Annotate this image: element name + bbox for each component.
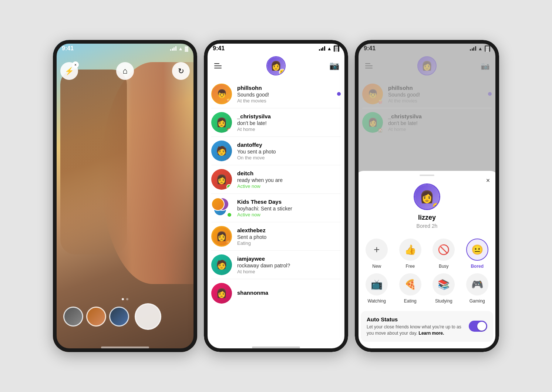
msg-name-alexthebez: alexthebez bbox=[237, 227, 341, 233]
wifi-icon-3: ▲ bbox=[478, 46, 483, 51]
signal-icon-2 bbox=[319, 46, 325, 51]
close-button[interactable]: × bbox=[483, 175, 493, 186]
list-item[interactable]: Kids These Days boyhachi: Sent a sticker… bbox=[204, 194, 348, 222]
msg-preview-kids: boyhachi: Sent a sticker bbox=[237, 206, 341, 212]
status-option-studying[interactable]: 📚 Studying bbox=[429, 273, 458, 304]
status-option-busy[interactable]: 🚫 Busy bbox=[429, 239, 458, 269]
free-icon-circle: 👍 bbox=[399, 239, 421, 261]
auto-status-toggle[interactable] bbox=[469, 321, 487, 332]
status-icons-1: ▲ ▓ bbox=[170, 46, 188, 51]
msg-content-christy: _christysilva don't be late! At home bbox=[237, 113, 341, 132]
msg-status-deitch: Active now bbox=[237, 183, 341, 189]
phone-status: 9:41 ▲ ▓ 👩 📷 bbox=[355, 40, 499, 352]
menu-button[interactable] bbox=[211, 59, 225, 72]
status-label-bored: Bored bbox=[471, 264, 484, 269]
bored-icon: 😐 bbox=[471, 244, 483, 256]
online-dot-deitch bbox=[226, 184, 232, 189]
msg-preview-phillsohn: Sounds good! bbox=[237, 92, 332, 98]
story-thumb-2[interactable] bbox=[86, 307, 106, 327]
msg-status-iamjaywee: At home bbox=[237, 269, 341, 274]
status-option-gaming[interactable]: 🎮 Gaming bbox=[463, 273, 492, 304]
msg-content-deitch: deitch ready when you are Active now bbox=[237, 170, 341, 189]
status-bar-3: 9:41 ▲ ▓ bbox=[355, 40, 499, 53]
home-indicator-1 bbox=[101, 347, 149, 348]
sheet-username: lizzey bbox=[418, 214, 436, 222]
avatar-shannonma: 👩 bbox=[211, 283, 232, 304]
battery-icon-2: ▓ bbox=[334, 45, 339, 52]
status-option-bored[interactable]: 😐 Bored bbox=[463, 239, 492, 269]
msg-content-phillsohn: phillsohn Sounds good! At the movies bbox=[237, 85, 332, 104]
status-bar-2: 9:41 ▲ ▓ bbox=[204, 40, 348, 53]
camera-button[interactable]: 📷 bbox=[327, 59, 341, 72]
list-item[interactable]: 👩 🏠 _christysilva don't be late! At home bbox=[204, 108, 348, 136]
status-option-watching[interactable]: 📺 Watching bbox=[362, 273, 391, 304]
toggle-knob bbox=[477, 322, 486, 331]
story-thumb-1[interactable] bbox=[63, 307, 83, 327]
learn-more-link[interactable]: Learn more. bbox=[419, 331, 444, 336]
page-dots bbox=[122, 298, 128, 300]
msg-content-shannonma: shannonma bbox=[237, 290, 341, 297]
battery-icon-1: ▓ bbox=[185, 46, 188, 51]
msg-preview-deitch: ready when you are bbox=[237, 177, 341, 183]
msg-content-dantoffey: dantoffey You sent a photo On the move bbox=[237, 142, 341, 160]
books-icon: 📚 bbox=[438, 279, 450, 290]
camera-bottom-controls bbox=[53, 303, 197, 330]
list-item[interactable]: 🧑 iamjaywee rockaway dawn patrol? At hom… bbox=[204, 251, 348, 279]
close-badge: × bbox=[72, 61, 79, 68]
msg-name-dantoffey: dantoffey bbox=[237, 142, 341, 148]
auto-status-card: Auto Status Let your close friends know … bbox=[361, 311, 493, 342]
tv-icon: 📺 bbox=[371, 279, 383, 290]
status-bar-1: 9:41 ▲ ▓ bbox=[53, 40, 197, 53]
msg-status-dantoffey: On the move bbox=[237, 155, 341, 160]
list-item[interactable]: 👩 deitch ready when you are Active now bbox=[204, 165, 348, 193]
status-label-watching: Watching bbox=[367, 298, 386, 304]
status-bottom-sheet: × 👩 😐 lizzey Bored 2h + New bbox=[355, 171, 499, 352]
status-label-studying: Studying bbox=[435, 298, 452, 304]
msg-name-christy: _christysilva bbox=[237, 113, 341, 119]
pizza-icon: 🍕 bbox=[404, 279, 416, 290]
status-label-free: Free bbox=[405, 264, 415, 269]
list-item[interactable]: 👦 🍿 phillsohn Sounds good! At the movies bbox=[204, 80, 348, 108]
flip-camera-button[interactable]: ↻ bbox=[172, 62, 190, 80]
list-item[interactable]: 👩 🍕 alexthebez Sent a photo Eating bbox=[204, 222, 348, 250]
status-option-free[interactable]: 👍 Free bbox=[396, 239, 425, 269]
story-thumb-3[interactable] bbox=[109, 307, 129, 327]
battery-icon-3: ▓ bbox=[485, 45, 490, 52]
status-time-1: 9:41 bbox=[62, 45, 74, 52]
gaming-icon-circle: 🎮 bbox=[466, 273, 488, 295]
shutter-button[interactable] bbox=[135, 303, 161, 330]
avatar-iamjaywee: 🧑 bbox=[211, 254, 232, 275]
messages-header: 👩 😐 📷 bbox=[204, 53, 348, 80]
dot-2 bbox=[126, 298, 128, 300]
camera-top-controls: ⚡ × ⌂ ↻ bbox=[53, 62, 197, 80]
status-emoji-alex: 🍕 bbox=[225, 240, 231, 246]
message-list: 👦 🍿 phillsohn Sounds good! At the movies… bbox=[204, 80, 348, 307]
status-time-2: 9:41 bbox=[213, 45, 225, 52]
lightning-button[interactable]: ⚡ × bbox=[60, 62, 78, 80]
online-dot-kids bbox=[227, 212, 232, 217]
status-emoji-christy: 🏠 bbox=[226, 128, 232, 133]
phone-camera: 9:41 ▲ ▓ ⚡ × ⌂ ↻ bbox=[53, 40, 197, 352]
status-icons-3: ▲ ▓ bbox=[470, 45, 490, 52]
signal-icon-3 bbox=[470, 46, 476, 51]
msg-preview-christy: don't be late! bbox=[237, 120, 341, 126]
studying-icon-circle: 📚 bbox=[432, 273, 455, 295]
avatar-deitch: 👩 bbox=[211, 169, 232, 190]
status-label-new: New bbox=[372, 264, 381, 269]
sheet-avatar: 👩 😐 bbox=[414, 183, 440, 210]
bored-icon-circle: 😐 bbox=[466, 239, 488, 261]
status-option-new[interactable]: + New bbox=[362, 239, 391, 269]
avatar-alexthebez: 👩 🍕 bbox=[211, 226, 232, 247]
status-icons-2: ▲ ▓ bbox=[319, 45, 339, 52]
busy-icon: 🚫 bbox=[438, 244, 450, 256]
camera-icon: 📷 bbox=[329, 61, 339, 71]
status-option-eating[interactable]: 🍕 Eating bbox=[396, 273, 425, 304]
home-button[interactable]: ⌂ bbox=[116, 62, 134, 80]
header-profile-avatar[interactable]: 👩 😐 bbox=[266, 56, 286, 75]
msg-preview-dantoffey: You sent a photo bbox=[237, 149, 341, 155]
list-item[interactable]: 👩 shannonma bbox=[204, 279, 348, 307]
msg-content-iamjaywee: iamjaywee rockaway dawn patrol? At home bbox=[237, 256, 341, 274]
auto-status-title: Auto Status bbox=[367, 316, 464, 322]
msg-preview-iamjaywee: rockaway dawn patrol? bbox=[237, 263, 341, 268]
list-item[interactable]: 🧑 🚗 dantoffey You sent a photo On the mo… bbox=[204, 137, 348, 165]
